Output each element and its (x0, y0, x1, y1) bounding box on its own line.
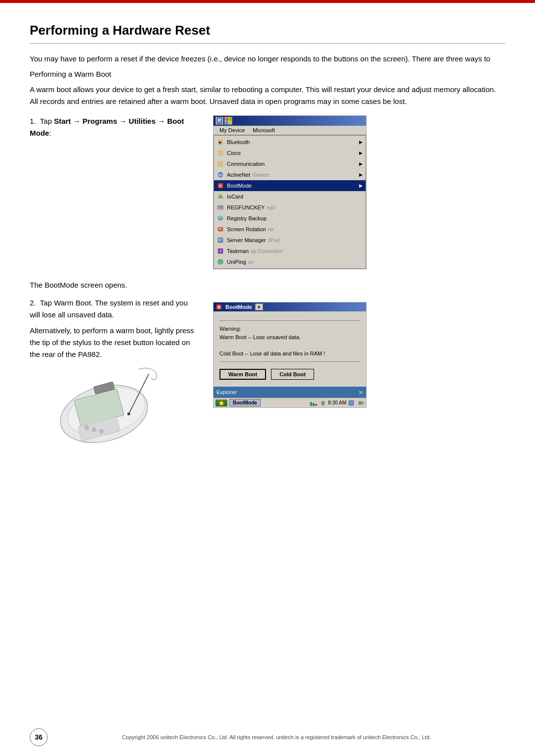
intro-text: You may have to perform a reset if the d… (30, 53, 505, 65)
device-icon (215, 117, 223, 125)
svg-rect-20 (221, 206, 222, 207)
cisco-label: Cisco (227, 150, 241, 156)
regfunckey-partial: mpt (267, 205, 275, 210)
tray-battery-icon (358, 400, 364, 406)
warm-boot-description: A warm boot allows your device to get a … (30, 84, 505, 107)
explorer-label: Explorer (216, 389, 237, 395)
svg-rect-26 (218, 239, 222, 239)
tray-signal-icon (320, 400, 326, 406)
activenet-partial: Viewers (252, 172, 269, 178)
regfunckey-label: REGFUNCKEY (227, 204, 265, 210)
svg-marker-45 (219, 401, 224, 405)
explorer-bar: Explorer » (214, 387, 366, 398)
bootmode-label: BootMode (227, 183, 252, 189)
menu-item-regfunckey[interactable]: REGFUNCKEY mpt (214, 202, 366, 213)
taskbar-bootmode-app[interactable]: BootMode (229, 399, 261, 406)
menu-content-1: ▶ Bluetooth ▶ Cisco (214, 135, 366, 269)
menu-item-registry[interactable]: Registry Backup (214, 213, 366, 224)
activenet-icon: AN (216, 171, 225, 179)
cold-boot-button[interactable]: Cold Boot (271, 369, 314, 380)
step1-label: 1. Tap Start → Programs → Utilities → Bo… (30, 115, 198, 139)
uniping-label: UniPing (227, 259, 246, 265)
taskman-icon: T (216, 247, 225, 255)
menu-item-screen-rotation[interactable]: ↻ Screen Rotation rer (214, 224, 366, 235)
bootmode-opens-text: The BootMode screen opens. (30, 279, 505, 291)
menu-item-bluetooth[interactable]: ▶ Bluetooth ▶ (214, 137, 366, 148)
step1-section: 1. Tap Start → Programs → Utilities → Bo… (30, 115, 505, 269)
menu-my-device[interactable]: My Device (215, 127, 249, 134)
svg-rect-2 (218, 120, 221, 120)
activenet-label: ActiveNet (227, 172, 250, 178)
cisco-icon (216, 149, 225, 157)
warm-boot-button[interactable]: Warm Boot (219, 369, 266, 380)
win-titlebar-1 (214, 116, 366, 126)
communication-icon (216, 160, 225, 168)
svg-rect-50 (349, 401, 354, 405)
menu-item-activenet[interactable]: AN ActiveNet Viewers ▶ (214, 169, 366, 180)
bootmode-warning: Warning: Warm Boot -- Lose unsaved data.… (219, 325, 360, 357)
svg-text:B: B (219, 184, 221, 188)
svg-text:T: T (219, 249, 222, 253)
svg-rect-5 (229, 118, 232, 121)
step1-bold-programs: Programs (82, 117, 117, 125)
taskbar-time: 8:30 AM (328, 400, 346, 405)
bluetooth-arrow: ▶ (349, 140, 363, 145)
menu-item-uniping[interactable]: U UniPing rer (214, 256, 366, 267)
iocard-label: IoCard (227, 194, 243, 200)
bootmode-titlebar: B BootMode × (214, 302, 366, 311)
menu-item-server-manager[interactable]: Server Manager dPad (214, 235, 366, 246)
svg-rect-27 (218, 240, 222, 240)
screen-rotation-label: Screen Rotation (227, 226, 266, 232)
registry-icon (216, 214, 225, 222)
bootmode-titlebar-left: B BootMode (215, 303, 252, 310)
step1-text-col: 1. Tap Start → Programs → Utilities → Bo… (30, 115, 198, 269)
step1-bold-utilities: Utilities (129, 117, 156, 125)
page-title: Performing a Hardware Reset (30, 23, 505, 38)
page-footer: 36 Copyright 2006 unitech Electronics Co… (0, 728, 535, 746)
svg-rect-7 (229, 121, 232, 124)
warm-boot-heading: Performing a Warm Boot (30, 69, 505, 80)
tray-device-icon (348, 400, 356, 406)
bootmode-arrow: ▶ (349, 183, 363, 188)
menu-item-cisco[interactable]: Cisco ▶ (214, 148, 366, 158)
menu-item-taskman[interactable]: T Taskman op Connection (214, 246, 366, 256)
svg-rect-10 (218, 151, 222, 155)
bootmode-title-icon: B (215, 303, 222, 310)
bootmode-body: Warning: Warm Boot -- Lose unsaved data.… (214, 311, 366, 387)
svg-marker-16 (218, 194, 223, 198)
svg-marker-49 (321, 401, 325, 405)
taskbar-tray: 8:30 AM (310, 400, 364, 406)
svg-rect-3 (218, 121, 220, 121)
bootmode-icon: B (216, 182, 225, 190)
cisco-arrow: ▶ (349, 151, 363, 155)
uniping-partial: rer (248, 259, 254, 265)
screenshot1-col: My Device Microsoft ▶ Bluetooth ▶ (213, 115, 505, 269)
svg-text:AN: AN (218, 173, 223, 177)
bootmode-title-text: BootMode (225, 304, 252, 310)
close-button[interactable]: × (255, 303, 263, 310)
bluetooth-label: Bluetooth (227, 139, 250, 145)
warning-line1: Warm Boot -- Lose unsaved data. (219, 334, 301, 340)
explorer-arrow: » (359, 388, 363, 397)
communication-label: Communication (227, 161, 265, 167)
win-screenshot-1: My Device Microsoft ▶ Bluetooth ▶ (213, 115, 367, 269)
taskbar-start-button[interactable] (215, 400, 227, 406)
svg-rect-18 (218, 206, 219, 207)
footer-copyright: Copyright 2006 unitech Electronics Co., … (48, 734, 505, 740)
server-manager-icon (216, 236, 225, 244)
menu-bar-1[interactable]: My Device Microsoft (214, 126, 366, 135)
menu-item-bootmode[interactable]: B BootMode ▶ (214, 180, 366, 191)
server-manager-label: Server Manager (227, 237, 266, 243)
bootmode-sep-bottom (219, 361, 360, 362)
device-svg (30, 364, 178, 463)
bootmode-buttons: Warm Boot Cold Boot (219, 369, 360, 380)
menu-microsoft[interactable]: Microsoft (249, 127, 279, 134)
title-divider (30, 43, 505, 44)
menu-item-iocard[interactable]: IoCard (214, 191, 366, 202)
iocard-icon (216, 193, 225, 201)
bootmode-sep-top (219, 320, 360, 321)
taskman-label: Taskman (227, 248, 249, 254)
activenet-arrow: ▶ (349, 172, 363, 177)
menu-item-communication[interactable]: Communication ▶ (214, 158, 366, 169)
bootmode-dialog: B BootMode × Warning: Warm Boot -- Lose … (213, 302, 367, 408)
